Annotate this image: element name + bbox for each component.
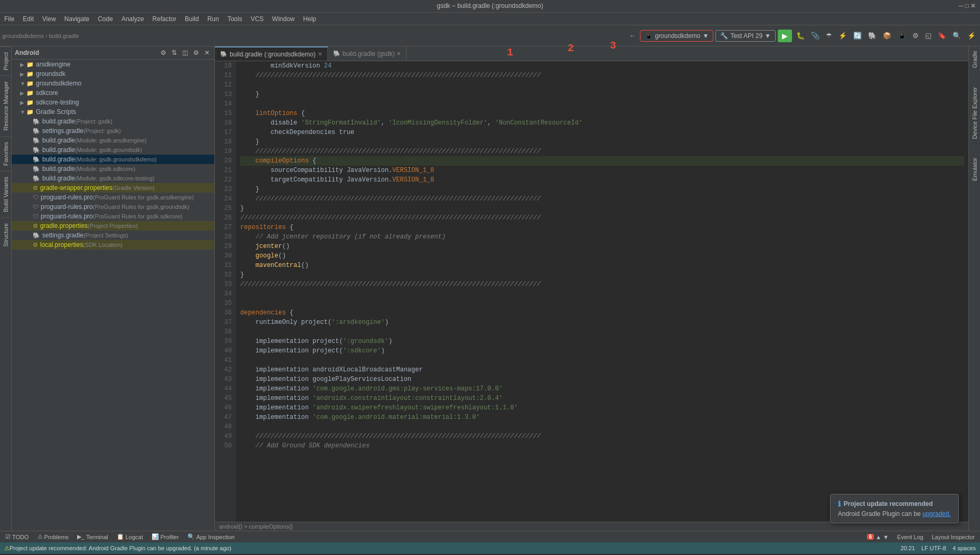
code-content[interactable]: minSdkVersion 24 ///////////////////////… — [236, 61, 968, 522]
settings-btn[interactable]: ⚙ — [910, 31, 921, 41]
tree-item-sublabel: (Module: gsdk.sdkcore) — [75, 166, 135, 172]
terminal-btn[interactable]: ▶_ Terminal — [75, 533, 110, 540]
breadcrumb-file[interactable]: build.gradle — [49, 33, 79, 39]
run-button[interactable]: ▶ — [778, 30, 792, 42]
notification-popup: ℹ Project update recommended Android Gra… — [830, 494, 959, 523]
collapse-icon[interactable]: ◫ — [181, 49, 190, 57]
avd-manager-btn[interactable]: 📱 — [896, 31, 908, 41]
menu-item-vcs[interactable]: VCS — [247, 14, 268, 24]
tree-item[interactable]: ⚙gradle-wrapper.properties (Gradle Versi… — [12, 183, 214, 193]
editor-tab[interactable]: 🐘build.gradle (:groundsdkdemo) ✕ — [215, 46, 328, 61]
event-log-btn[interactable]: Event Log — [895, 534, 926, 540]
problems-btn[interactable]: ⚠ Problems — [35, 533, 71, 540]
tab-close-icon[interactable]: ✕ — [397, 51, 401, 56]
tree-item[interactable]: ▼📁Gradle Scripts — [12, 107, 214, 117]
tree-item[interactable]: 🐘build.gradle (Project: gsdk) — [12, 117, 214, 126]
navigate-back-btn[interactable]: ← — [627, 31, 638, 41]
menu-item-code[interactable]: Code — [93, 14, 117, 24]
comment-token: // Add jcenter repository (if not alread… — [240, 232, 446, 242]
bookmark-btn[interactable]: 🔖 — [936, 31, 948, 41]
coverage-btn[interactable]: ☂ — [824, 31, 834, 41]
menu-item-edit[interactable]: Edit — [18, 14, 38, 24]
code-line: ////////////////////////////////////////… — [240, 147, 964, 156]
menu-item-help[interactable]: Help — [299, 14, 321, 24]
emulator-tab[interactable]: Emulator — [970, 154, 979, 185]
sdk-manager-btn[interactable]: 📦 — [881, 31, 893, 41]
code-line — [240, 327, 964, 337]
layout-inspector-btn[interactable]: Layout Inspector — [930, 534, 977, 540]
tree-item[interactable]: 🛡proguard-rules.pro (ProGuard Rules for … — [12, 202, 214, 212]
run-config-btn[interactable]: 📱 groundsdkdemo ▼ — [640, 30, 713, 42]
logcat-btn[interactable]: 📋 Logcat — [115, 533, 145, 540]
tree-item[interactable]: 🐘build.gradle (Module: gsdk.arsdkengine) — [12, 136, 214, 145]
attach-btn[interactable]: 📎 — [809, 31, 822, 41]
tree-item[interactable]: ▶📁sdkcore-testing — [12, 98, 214, 107]
tree-item[interactable]: 🐘build.gradle (Module: gsdk.sdkcore-test… — [12, 174, 214, 183]
menu-item-file[interactable]: File — [0, 14, 18, 24]
var-token: } — [240, 185, 259, 194]
tree-item[interactable]: 🐘build.gradle (Module: gsdk.groundsdkdem… — [12, 155, 214, 164]
menu-item-tools[interactable]: Tools — [223, 14, 247, 24]
menu-item-run[interactable]: Run — [203, 14, 223, 24]
notification-link[interactable]: upgraded. — [922, 510, 951, 518]
var-token: implementation — [240, 384, 313, 394]
window-controls[interactable]: ─ □ ✕ — [959, 2, 976, 9]
profile-btn[interactable]: ⚡ — [836, 31, 849, 41]
tree-item-label: sdkcore — [36, 89, 58, 97]
var-token: implementation project( — [240, 337, 343, 346]
tree-item[interactable]: 🐘settings.gradle (Project Settings) — [12, 231, 214, 240]
line-number: 20 — [217, 156, 232, 166]
tree-item[interactable]: ⚙gradle.properties (Project Properties) — [12, 221, 214, 231]
settings-icon[interactable]: ⚙ — [192, 49, 201, 57]
tree-item[interactable]: 🐘settings.gradle (Project: gsdk) — [12, 126, 214, 136]
code-line: ////////////////////////////////////////… — [240, 280, 964, 289]
var-token: ) — [389, 337, 392, 346]
todo-btn[interactable]: ☑ TODO — [3, 533, 31, 540]
menu-item-build[interactable]: Build — [181, 14, 203, 24]
breadcrumb-project[interactable]: groundsdkdemo — [2, 33, 44, 39]
tree-item[interactable]: ⚙local.properties (SDK Location) — [12, 240, 214, 250]
line-number: 17 — [217, 128, 232, 137]
tree-item[interactable]: ▶📁arsdkengine — [12, 60, 214, 69]
structure-tab[interactable]: Structure — [1, 217, 11, 252]
find-btn[interactable]: 🔍 — [950, 31, 963, 41]
gradle-sync-btn[interactable]: 🔄 — [851, 31, 864, 41]
device-file-tab[interactable]: Device File Explorer — [970, 83, 979, 143]
project-tab[interactable]: Project — [1, 46, 11, 75]
menu-item-view[interactable]: View — [38, 14, 60, 24]
tree-item[interactable]: ▼📁groundsdkdemo — [12, 79, 214, 88]
tree-item[interactable]: 🐘build.gradle (Module: gsdk.sdkcore) — [12, 164, 214, 174]
tab-close-icon[interactable]: ✕ — [318, 51, 322, 57]
tree-item[interactable]: 🛡proguard-rules.pro (ProGuard Rules for … — [12, 212, 214, 221]
app-inspection-btn[interactable]: 🔍 App Inspection — [185, 533, 237, 540]
warnings-badge-btn[interactable]: 6 ▲ ▼ — [865, 534, 891, 540]
tree-item-sublabel: (Module: gsdk.groundsdk) — [75, 147, 142, 153]
layout-btn[interactable]: ◱ — [923, 31, 934, 41]
line-number: 28 — [217, 232, 232, 242]
favorites-tab[interactable]: Favorites — [1, 136, 11, 171]
tree-item[interactable]: ▶📁sdkcore — [12, 88, 214, 98]
tree-item[interactable]: 🐘build.gradle (Module: gsdk.groundsdk) — [12, 145, 214, 155]
tree-item-label: arsdkengine — [36, 61, 70, 68]
profiler-btn[interactable]: 📊 Profiler — [149, 533, 181, 540]
build-variants-tab[interactable]: Build Variants — [1, 171, 11, 217]
menu-item-window[interactable]: Window — [268, 14, 299, 24]
title-text: gsdk – build.gradle (:groundsdkdemo) — [437, 2, 543, 9]
code-line — [240, 422, 964, 432]
tree-item[interactable]: ▶📁groundsdk — [12, 69, 214, 79]
menu-item-refactor[interactable]: Refactor — [148, 14, 181, 24]
resource-manager-tab[interactable]: Resource Manager — [1, 75, 11, 136]
var-token: { — [309, 156, 316, 166]
editor-tab[interactable]: 🐘build.gradle (gsdk) ✕ — [328, 46, 407, 61]
test-config-btn[interactable]: 🔧 Test API 29 ▼ — [715, 30, 776, 42]
debug-btn[interactable]: 🐛 — [794, 31, 807, 41]
sync-icon[interactable]: ⚙ — [159, 49, 168, 57]
actions-btn[interactable]: ⚡ — [965, 31, 978, 41]
sort-icon[interactable]: ⇅ — [170, 49, 178, 57]
menu-item-analyze[interactable]: Analyze — [117, 14, 148, 24]
close-panel-icon[interactable]: ✕ — [203, 49, 211, 57]
gradle-side-tab[interactable]: Gradle — [970, 46, 979, 72]
menu-item-navigate[interactable]: Navigate — [60, 14, 93, 24]
tree-item[interactable]: 🛡proguard-rules.pro (ProGuard Rules for … — [12, 193, 214, 202]
gradle-btn2[interactable]: 🐘 — [866, 31, 879, 41]
